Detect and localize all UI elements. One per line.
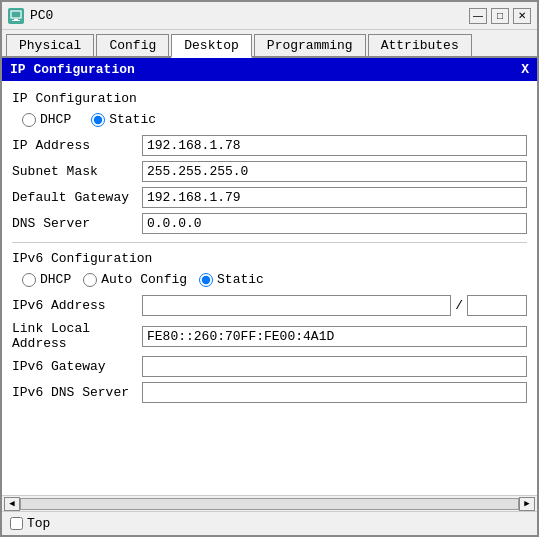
svg-rect-2 [12,20,20,21]
window: PC0 — □ ✕ Physical Config Desktop Progra… [0,0,539,537]
subnet-mask-row: Subnet Mask [12,161,527,182]
ipv6-gateway-input[interactable] [142,356,527,377]
panel-title: IP Configuration [10,62,135,77]
dhcp-label: DHCP [40,112,71,127]
subnet-mask-input[interactable] [142,161,527,182]
ipv6-dhcp-radio[interactable] [22,273,36,287]
ip-address-input[interactable] [142,135,527,156]
ipv6-auto-radio[interactable] [83,273,97,287]
default-gateway-input[interactable] [142,187,527,208]
scroll-left-button[interactable]: ◀ [4,497,20,511]
ipv6-dhcp-radio-item[interactable]: DHCP [22,272,71,287]
link-local-label: Link Local Address [12,321,142,351]
ipv6-static-radio[interactable] [199,273,213,287]
dhcp-radio[interactable] [22,113,36,127]
ipv6-gateway-row: IPv6 Gateway [12,356,527,377]
section-divider [12,242,527,243]
main-content: IP Configuration X IP Configuration DHCP… [2,58,537,511]
subnet-mask-label: Subnet Mask [12,164,142,179]
ipv6-static-radio-item[interactable]: Static [199,272,264,287]
tab-desktop[interactable]: Desktop [171,34,252,58]
default-gateway-label: Default Gateway [12,190,142,205]
ipv6-address-label: IPv6 Address [12,298,142,313]
default-gateway-row: Default Gateway [12,187,527,208]
ipv6-auto-radio-item[interactable]: Auto Config [83,272,187,287]
title-bar-title: PC0 [30,8,463,23]
static-radio[interactable] [91,113,105,127]
ip-mode-radio-group: DHCP Static [22,112,527,127]
static-radio-item[interactable]: Static [91,112,156,127]
ip-address-row: IP Address [12,135,527,156]
ipv6-auto-label: Auto Config [101,272,187,287]
tab-attributes[interactable]: Attributes [368,34,472,56]
ipv6-gateway-label: IPv6 Gateway [12,359,142,374]
dhcp-radio-item[interactable]: DHCP [22,112,71,127]
svg-rect-0 [11,11,21,18]
close-button[interactable]: ✕ [513,8,531,24]
ipv6-prefix-input[interactable] [467,295,527,316]
tab-physical[interactable]: Physical [6,34,94,56]
minimize-button[interactable]: — [469,8,487,24]
top-checkbox[interactable] [10,517,23,530]
link-local-row: Link Local Address [12,321,527,351]
link-local-input[interactable] [142,326,527,347]
tab-bar: Physical Config Desktop Programming Attr… [2,30,537,58]
ipv6-dns-label: IPv6 DNS Server [12,385,142,400]
dns-server-row: DNS Server [12,213,527,234]
panel-header: IP Configuration X [2,58,537,81]
pc-icon [8,8,24,24]
ip-address-label: IP Address [12,138,142,153]
maximize-button[interactable]: □ [491,8,509,24]
scrollbar-track[interactable] [20,498,519,510]
ipv6-dhcp-label: DHCP [40,272,71,287]
dns-server-input[interactable] [142,213,527,234]
top-checkbox-item[interactable]: Top [10,516,50,531]
title-bar: PC0 — □ ✕ [2,2,537,30]
title-bar-controls: — □ ✕ [469,8,531,24]
top-label: Top [27,516,50,531]
tab-programming[interactable]: Programming [254,34,366,56]
static-label: Static [109,112,156,127]
ipv6-section-title: IPv6 Configuration [12,251,527,266]
ipv6-dns-input[interactable] [142,382,527,403]
scroll-area[interactable]: IP Configuration DHCP Static IP Address … [2,81,537,495]
panel-close-button[interactable]: X [521,62,529,77]
bottom-bar: Top [2,511,537,535]
ipv6-address-row: IPv6 Address / [12,295,527,316]
ipv6-address-input[interactable] [142,295,451,316]
ip-section-title: IP Configuration [12,91,527,106]
ipv6-static-label: Static [217,272,264,287]
dns-server-label: DNS Server [12,216,142,231]
ipv6-dns-row: IPv6 DNS Server [12,382,527,403]
tab-config[interactable]: Config [96,34,169,56]
ipv6-slash: / [455,298,463,313]
horizontal-scrollbar: ◀ ▶ [2,495,537,511]
ipv6-mode-radio-group: DHCP Auto Config Static [22,272,527,287]
scroll-right-button[interactable]: ▶ [519,497,535,511]
